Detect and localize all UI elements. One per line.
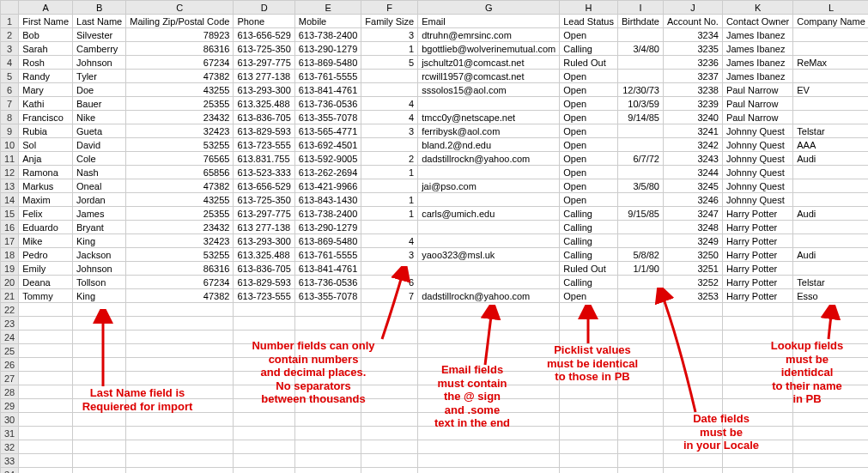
cell[interactable] bbox=[617, 70, 663, 83]
cell[interactable] bbox=[663, 427, 722, 440]
cell[interactable]: 1 bbox=[361, 166, 418, 179]
cell[interactable] bbox=[418, 317, 560, 330]
cell[interactable]: Anja bbox=[19, 152, 73, 166]
cell[interactable]: 613.325.488 bbox=[234, 97, 294, 111]
cell[interactable] bbox=[793, 42, 868, 56]
cell[interactable] bbox=[19, 427, 73, 440]
cell[interactable]: Johnny Quest bbox=[722, 193, 792, 207]
cell[interactable] bbox=[73, 413, 126, 427]
cell[interactable]: dtruhn@emrsinc.com bbox=[418, 28, 560, 42]
col-header-L[interactable]: L bbox=[793, 1, 868, 15]
cell[interactable]: 613-836-705 bbox=[234, 262, 294, 276]
cell[interactable]: 3248 bbox=[663, 221, 722, 234]
cell[interactable]: 6/7/72 bbox=[617, 152, 663, 166]
cell[interactable]: 613-761-5555 bbox=[294, 70, 361, 83]
cell[interactable] bbox=[418, 358, 560, 372]
cell[interactable]: Phone bbox=[234, 15, 294, 28]
cell[interactable]: Deana bbox=[19, 276, 73, 289]
cell[interactable]: 613-723-555 bbox=[234, 289, 294, 303]
cell[interactable] bbox=[617, 166, 663, 179]
cell[interactable] bbox=[617, 276, 663, 289]
cell[interactable] bbox=[663, 468, 722, 474]
cell[interactable] bbox=[73, 303, 126, 317]
cell[interactable]: 2 bbox=[361, 152, 418, 166]
row-number[interactable]: 6 bbox=[1, 83, 19, 97]
cell[interactable]: Telstar bbox=[793, 124, 868, 138]
cell[interactable]: 613-290-1279 bbox=[294, 42, 361, 56]
cell[interactable] bbox=[793, 179, 868, 193]
cell[interactable]: Tommy bbox=[19, 289, 73, 303]
cell[interactable] bbox=[418, 303, 560, 317]
cell[interactable] bbox=[234, 358, 294, 372]
cell[interactable] bbox=[560, 427, 618, 440]
cell[interactable]: 86316 bbox=[126, 42, 234, 56]
cell[interactable] bbox=[722, 454, 792, 468]
cell[interactable]: Sol bbox=[19, 138, 73, 152]
cell[interactable] bbox=[663, 344, 722, 358]
cell[interactable] bbox=[722, 372, 792, 385]
cell[interactable]: ferribysk@aol.com bbox=[418, 124, 560, 138]
cell[interactable]: Johnny Quest bbox=[722, 152, 792, 166]
row-number[interactable]: 27 bbox=[1, 372, 19, 385]
cell[interactable]: Open bbox=[560, 179, 618, 193]
cell[interactable]: Johnson bbox=[73, 262, 126, 276]
cell[interactable] bbox=[126, 427, 234, 440]
cell[interactable]: 32423 bbox=[126, 124, 234, 138]
cell[interactable]: Rubia bbox=[19, 124, 73, 138]
cell[interactable]: 7 bbox=[361, 289, 418, 303]
cell[interactable]: 9/15/85 bbox=[617, 207, 663, 221]
cell[interactable] bbox=[793, 221, 868, 234]
cell[interactable]: 3239 bbox=[663, 97, 722, 111]
cell[interactable]: Company Name bbox=[793, 15, 868, 28]
cell[interactable]: 613-293-300 bbox=[234, 83, 294, 97]
cell[interactable]: Nash bbox=[73, 166, 126, 179]
cell[interactable] bbox=[617, 399, 663, 413]
row-number[interactable]: 31 bbox=[1, 427, 19, 440]
col-header-D[interactable]: D bbox=[234, 1, 294, 15]
cell[interactable] bbox=[793, 413, 868, 427]
cell[interactable]: 613-738-2400 bbox=[294, 207, 361, 221]
cell[interactable] bbox=[617, 303, 663, 317]
cell[interactable]: 613-290-1279 bbox=[294, 221, 361, 234]
cell[interactable]: 5/8/82 bbox=[617, 248, 663, 262]
cell[interactable]: Calling bbox=[560, 207, 618, 221]
cell[interactable] bbox=[294, 372, 361, 385]
cell[interactable]: 613-738-2400 bbox=[294, 28, 361, 42]
cell[interactable] bbox=[126, 317, 234, 330]
cell[interactable]: Harry Potter bbox=[722, 207, 792, 221]
cell[interactable] bbox=[663, 372, 722, 385]
cell[interactable]: 3251 bbox=[663, 262, 722, 276]
cell[interactable] bbox=[126, 330, 234, 344]
cell[interactable]: 47382 bbox=[126, 179, 234, 193]
cell[interactable] bbox=[19, 413, 73, 427]
cell[interactable]: 67234 bbox=[126, 56, 234, 70]
cell[interactable]: 10/3/59 bbox=[617, 97, 663, 111]
row-number[interactable]: 25 bbox=[1, 344, 19, 358]
cell[interactable]: jai@pso.com bbox=[418, 179, 560, 193]
col-header-K[interactable]: K bbox=[722, 1, 792, 15]
cell[interactable] bbox=[294, 468, 361, 474]
cell[interactable] bbox=[617, 56, 663, 70]
cell[interactable]: Randy bbox=[19, 70, 73, 83]
cell[interactable] bbox=[19, 440, 73, 454]
cell[interactable] bbox=[294, 440, 361, 454]
cell[interactable] bbox=[418, 330, 560, 344]
cell[interactable] bbox=[418, 344, 560, 358]
cell[interactable] bbox=[294, 385, 361, 399]
cell[interactable] bbox=[663, 440, 722, 454]
cell[interactable] bbox=[617, 468, 663, 474]
col-header-J[interactable]: J bbox=[663, 1, 722, 15]
cell[interactable]: Lead Status bbox=[560, 15, 618, 28]
cell[interactable] bbox=[294, 303, 361, 317]
cell[interactable] bbox=[361, 372, 418, 385]
cell[interactable] bbox=[722, 413, 792, 427]
cell[interactable]: Pedro bbox=[19, 248, 73, 262]
cell[interactable] bbox=[418, 193, 560, 207]
cell[interactable]: Open bbox=[560, 28, 618, 42]
cell[interactable]: 1 bbox=[361, 42, 418, 56]
cell[interactable] bbox=[361, 221, 418, 234]
row-number[interactable]: 3 bbox=[1, 42, 19, 56]
row-number[interactable]: 13 bbox=[1, 179, 19, 193]
row-number[interactable]: 22 bbox=[1, 303, 19, 317]
cell[interactable] bbox=[361, 427, 418, 440]
